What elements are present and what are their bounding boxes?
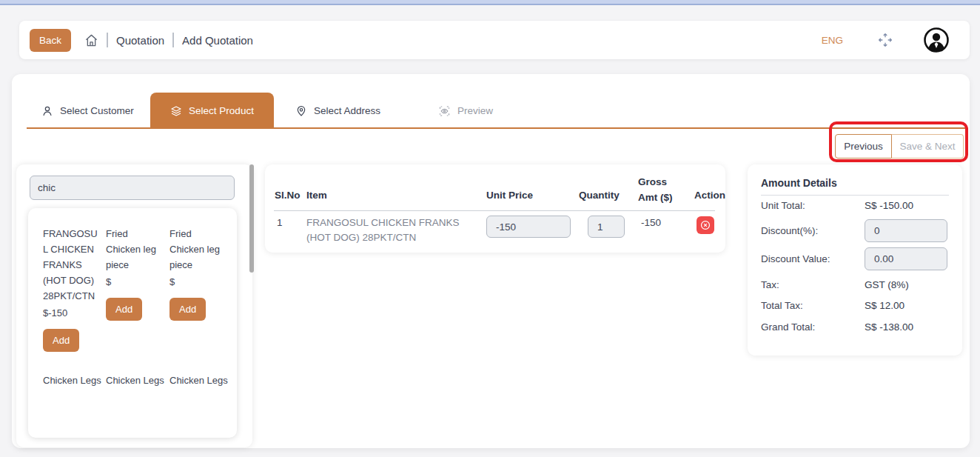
header-right-group: ENG bbox=[822, 27, 949, 53]
row-gross-amount: -150 bbox=[641, 217, 661, 228]
tab-select-customer[interactable]: Select Customer bbox=[41, 93, 134, 129]
breadcrumb-section[interactable]: Quotation bbox=[116, 34, 164, 47]
product-price: $ bbox=[106, 274, 165, 290]
product-name: Fried Chicken leg piece bbox=[170, 226, 229, 273]
save-next-button[interactable]: Save & Next bbox=[892, 134, 964, 159]
layers-icon bbox=[170, 105, 182, 117]
product-result: Chicken Legs bbox=[170, 373, 229, 388]
add-product-button[interactable]: Add bbox=[170, 298, 206, 321]
back-button[interactable]: Back bbox=[30, 29, 71, 52]
grand-total-label: Grand Total: bbox=[761, 321, 815, 333]
tab-select-address[interactable]: Select Address bbox=[295, 93, 380, 129]
row-item-name: FRANGOSUL CHICKEN FRANKS (HOT DOG) 28PKT… bbox=[306, 216, 484, 245]
column-header: Item bbox=[306, 190, 327, 201]
user-avatar-icon[interactable] bbox=[924, 27, 949, 53]
amount-details-title: Amount Details bbox=[761, 177, 837, 189]
previous-button[interactable]: Previous bbox=[835, 134, 892, 159]
location-pin-icon bbox=[295, 105, 307, 117]
tab-label: Select Address bbox=[314, 105, 380, 116]
product-price: $ bbox=[170, 274, 229, 290]
panel-scrollbar[interactable] bbox=[249, 164, 254, 273]
tab-preview[interactable]: Preview bbox=[438, 93, 493, 129]
product-name: Fried Chicken leg piece bbox=[106, 226, 165, 273]
add-product-button[interactable]: Add bbox=[43, 329, 79, 352]
total-tax-value: S$ 12.00 bbox=[865, 300, 905, 311]
browser-top-strip bbox=[0, 0, 980, 5]
eye-scan-icon bbox=[438, 105, 451, 117]
product-result: Chicken Legs bbox=[106, 373, 165, 388]
grand-total-value: S$ -138.00 bbox=[865, 321, 913, 333]
discount-value-input[interactable] bbox=[865, 247, 947, 270]
column-header: Quantity bbox=[579, 190, 620, 201]
amount-details-card: Amount Details Unit Total: S$ -150.00 Di… bbox=[748, 164, 962, 356]
product-price: $-150 bbox=[43, 305, 102, 321]
column-header: Unit Price bbox=[486, 190, 533, 201]
product-search-input[interactable] bbox=[30, 176, 235, 200]
product-name: Chicken Legs bbox=[170, 373, 229, 388]
tab-label: Select Customer bbox=[60, 105, 134, 116]
unit-total-value: S$ -150.00 bbox=[865, 200, 913, 211]
unit-total-label: Unit Total: bbox=[761, 200, 805, 211]
product-result: Fried Chicken leg piece $ Add bbox=[170, 226, 229, 352]
table-header-divider bbox=[274, 210, 715, 211]
discount-percent-label: Discount(%): bbox=[761, 225, 818, 236]
tax-label: Tax: bbox=[761, 279, 779, 290]
product-search-panel: FRANGOSUL CHICKEN FRANKS (HOT DOG) 28PKT… bbox=[16, 164, 252, 447]
column-header: Action bbox=[694, 190, 725, 201]
step-navigation: Previous Save & Next bbox=[835, 134, 964, 159]
amount-details-divider bbox=[761, 195, 949, 196]
add-product-button[interactable]: Add bbox=[106, 298, 142, 321]
app-screen: Back Quotation Add Quotation ENG bbox=[0, 0, 980, 457]
tab-label: Select Product bbox=[189, 105, 254, 116]
quotation-form-card: Select Customer Select Product Select Ad… bbox=[12, 74, 970, 448]
column-header: Gross Amt ($) bbox=[638, 174, 684, 205]
breadcrumb-divider bbox=[107, 33, 108, 47]
tabs-underline bbox=[27, 127, 968, 129]
breadcrumb-page: Add Quotation bbox=[182, 34, 253, 47]
product-results-card: FRANGOSUL CHICKEN FRANKS (HOT DOG) 28PKT… bbox=[28, 208, 237, 438]
row-serial: 1 bbox=[277, 217, 283, 228]
tax-value: GST (8%) bbox=[865, 279, 909, 290]
column-header: Sl.No bbox=[275, 190, 301, 201]
tab-select-product[interactable]: Select Product bbox=[150, 93, 274, 129]
language-selector[interactable]: ENG bbox=[822, 35, 843, 46]
page-header: Back Quotation Add Quotation ENG bbox=[19, 21, 970, 59]
circle-x-icon bbox=[699, 219, 711, 231]
unit-price-input[interactable] bbox=[486, 216, 571, 238]
product-result: Chicken Legs bbox=[43, 373, 102, 388]
product-result: Fried Chicken leg piece $ Add bbox=[106, 226, 165, 352]
discount-value-label: Discount Value: bbox=[761, 253, 830, 264]
product-name: FRANGOSUL CHICKEN FRANKS (HOT DOG) 28PKT… bbox=[43, 226, 102, 304]
selected-items-table: Sl.No Item Unit Price Quantity Gross Amt… bbox=[265, 164, 725, 253]
product-result: FRANGOSUL CHICKEN FRANKS (HOT DOG) 28PKT… bbox=[43, 226, 102, 352]
discount-percent-input[interactable] bbox=[865, 219, 947, 242]
product-grid: FRANGOSUL CHICKEN FRANKS (HOT DOG) 28PKT… bbox=[43, 226, 237, 388]
product-name: Chicken Legs bbox=[43, 373, 102, 388]
fullscreen-arrows-icon[interactable] bbox=[878, 33, 893, 47]
product-name: Chicken Legs bbox=[106, 373, 165, 388]
breadcrumb-divider bbox=[172, 33, 174, 47]
tab-label: Preview bbox=[457, 105, 493, 116]
person-icon bbox=[41, 105, 53, 117]
remove-item-button[interactable] bbox=[697, 216, 714, 234]
total-tax-label: Total Tax: bbox=[761, 300, 803, 311]
home-icon[interactable] bbox=[84, 33, 98, 47]
quantity-input[interactable] bbox=[588, 216, 625, 238]
